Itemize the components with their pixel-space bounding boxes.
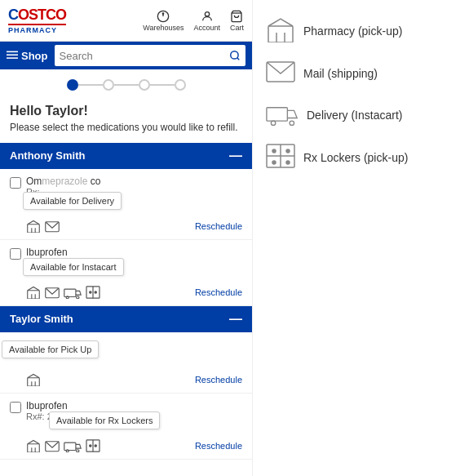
mail-icon (45, 286, 60, 299)
svg-point-38 (95, 445, 96, 447)
greeting-subtitle: Please select the medications you would … (10, 121, 242, 135)
med-item-omeprazole: Ommeprazole co Rx: Available for Deliver… (0, 169, 252, 240)
rx-lockers-icon (266, 143, 295, 171)
taylor-name: Taylor Smith (10, 313, 73, 325)
med-icons-row-omeprazole: Reschedule (10, 220, 242, 233)
search-input[interactable] (60, 50, 230, 62)
med-icons-row-ibuprofen-taylor: Reschedule (10, 439, 242, 452)
taylor-med-list: Acco Rx#: 244254... Available for Pick U… (0, 332, 252, 460)
med-item-ibuprofen-anthony: Ibuprofen Rx#: 24... Available for Insta… (0, 240, 252, 306)
anthony-header: Anthony Smith — (0, 143, 252, 169)
shop-button[interactable]: Shop (7, 50, 48, 62)
account-link[interactable]: Account (193, 10, 220, 32)
med-name-ibuprofen-taylor: Ibuprofen (26, 400, 242, 411)
svg-line-9 (237, 58, 240, 60)
mail-shipping-label: Mail (shipping) (303, 67, 378, 80)
mail-shipping-icon (266, 60, 295, 87)
tooltip-rx-lockers: Available for Rx Lockers (49, 411, 160, 429)
option-delivery: Delivery (Instacart) (266, 101, 447, 128)
anthony-collapse[interactable]: — (229, 149, 242, 163)
search-bar (55, 45, 246, 66)
step-2 (103, 79, 114, 91)
lockers-icon (86, 439, 100, 452)
right-panel: Pharmacy (pick-up) Mail (shipping) Deliv… (253, 0, 460, 476)
reschedule-ibuprofen-taylor[interactable]: Reschedule (195, 441, 242, 451)
reschedule-omeprazole[interactable]: Reschedule (195, 221, 242, 231)
tooltip-delivery: Available for Delivery (23, 192, 122, 210)
pharmacy-icon (26, 286, 41, 299)
header: COSTCO PHARMACY Warehouses Account Cart (0, 0, 252, 42)
reschedule-acco-taylor[interactable]: Reschedule (195, 375, 242, 385)
nav-bar: Shop (0, 42, 252, 69)
step-line-2 (114, 84, 139, 86)
med-name-omeprazole: Ommeprazole co (26, 176, 242, 187)
option-mail: Mail (shipping) (266, 60, 447, 87)
progress-stepper (0, 69, 252, 97)
greeting-section: Hello Taylor! Please select the medicati… (0, 97, 252, 143)
costco-logo: COSTCO (8, 7, 66, 24)
lockers-icon (86, 286, 100, 299)
svg-point-2 (163, 13, 164, 14)
med-name-ibuprofen-anthony: Ibuprofen (26, 247, 242, 258)
taylor-header: Taylor Smith — (0, 306, 252, 332)
med-icons-row-ibuprofen-anthony: Reschedule (10, 286, 242, 299)
rx-lockers-label: Rx Lockers (pick-up) (303, 151, 408, 164)
pharmacy-pickup-icon (266, 16, 295, 45)
taylor-collapse[interactable]: — (229, 312, 242, 327)
delivery-icon (64, 439, 82, 452)
step-3 (139, 79, 150, 91)
header-icons: Warehouses Account Cart (143, 10, 244, 32)
delivery-icon (64, 286, 82, 299)
anthony-med-list: Ommeprazole co Rx: Available for Deliver… (0, 169, 252, 306)
svg-point-52 (286, 161, 290, 164)
svg-rect-28 (28, 444, 40, 452)
delivery-icons-acco-taylor (26, 373, 41, 386)
svg-rect-6 (7, 54, 18, 56)
delivery-icons-ibuprofen-anthony (26, 286, 100, 299)
svg-point-49 (272, 149, 276, 153)
option-pharmacy: Pharmacy (pick-up) (266, 16, 447, 45)
section-anthony: Anthony Smith — Ommeprazole co Rx: Avai (0, 143, 252, 306)
delivery-icons-ibuprofen-taylor (26, 439, 100, 452)
med-item-acco-taylor: Acco Rx#: 244254... Available for Pick U… (0, 332, 252, 394)
step-4 (175, 79, 186, 91)
pharmacy-logo: PHARMACY (8, 24, 66, 34)
pharmacy-icon (26, 373, 41, 386)
search-icon (229, 50, 241, 61)
med-checkbox-ibuprofen-taylor[interactable] (10, 402, 21, 413)
cart-link[interactable]: Cart (230, 10, 244, 32)
svg-point-24 (95, 291, 96, 293)
svg-rect-32 (64, 443, 76, 450)
med-checkbox-ibuprofen-anthony[interactable] (10, 248, 21, 260)
svg-point-45 (290, 121, 294, 125)
delivery-icons-omeprazole (26, 220, 60, 233)
logo: COSTCO PHARMACY (8, 7, 66, 34)
svg-rect-14 (28, 291, 40, 299)
svg-point-44 (271, 121, 275, 125)
svg-point-37 (90, 445, 91, 447)
svg-point-20 (77, 296, 79, 299)
tooltip-instacart: Available for Instacart (23, 258, 124, 276)
svg-rect-25 (28, 378, 40, 386)
mail-icon (45, 220, 60, 233)
option-lockers: Rx Lockers (pick-up) (266, 143, 447, 171)
svg-point-8 (231, 51, 238, 59)
med-checkbox-omeprazole[interactable] (10, 177, 21, 189)
delivery-instacart-icon (266, 101, 299, 128)
svg-point-34 (77, 450, 79, 452)
svg-rect-10 (28, 225, 40, 233)
step-line-1 (78, 84, 103, 86)
mail-icon (45, 439, 60, 452)
warehouses-link[interactable]: Warehouses (143, 10, 184, 32)
med-item-ibuprofen-taylor: Ibuprofen Rx#: 244423... Available for R… (0, 394, 252, 460)
tooltip-pickup: Available for Pick Up (2, 340, 99, 358)
svg-point-51 (272, 161, 276, 164)
svg-rect-18 (64, 289, 76, 296)
reschedule-ibuprofen-anthony[interactable]: Reschedule (195, 287, 242, 297)
pharmacy-icon (26, 220, 41, 233)
svg-point-50 (286, 149, 290, 153)
svg-rect-7 (7, 57, 18, 59)
svg-rect-5 (7, 51, 18, 53)
section-taylor: Taylor Smith — Acco Rx#: 244254... Avai (0, 306, 252, 460)
pharmacy-icon (26, 439, 41, 452)
